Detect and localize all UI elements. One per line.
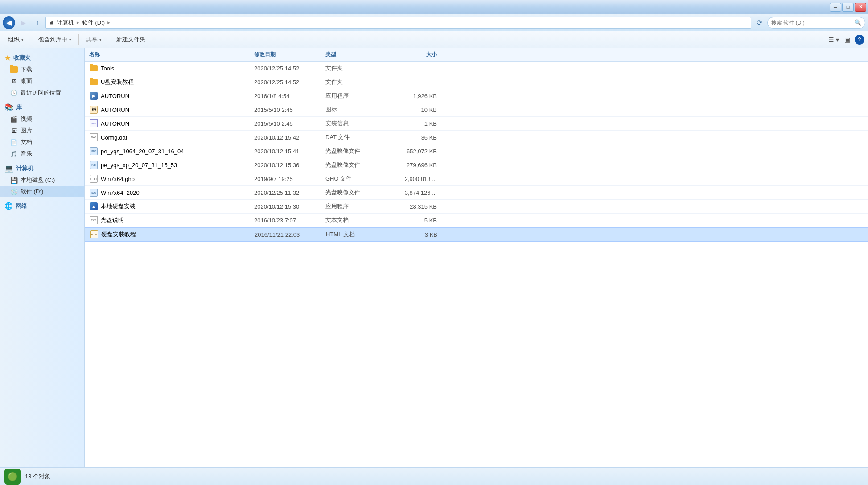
file-name-cell: TXT 光盘说明: [89, 216, 254, 225]
file-icon: ISO: [89, 147, 98, 156]
file-date: 2020/12/25 14:52: [254, 79, 325, 86]
sidebar-header-network[interactable]: 🌐 网络: [0, 200, 84, 212]
library-icon: 📚: [4, 103, 13, 111]
desktop-icon: 🖥: [10, 77, 18, 85]
image-icon: 🖼: [10, 127, 18, 135]
file-name-text: Win7x64_2020: [101, 189, 140, 196]
search-box[interactable]: 🔍: [767, 17, 865, 29]
file-date: 2015/5/10 2:45: [254, 107, 325, 113]
add-to-library-button[interactable]: 包含到库中 ▾: [34, 33, 76, 46]
file-icon: ISO: [89, 188, 98, 197]
sidebar-header-library[interactable]: 📚 库: [0, 101, 84, 113]
organize-label: 组织: [8, 36, 20, 44]
favorites-icon: ★: [4, 53, 11, 62]
file-icon: INF: [89, 119, 98, 128]
sidebar-item-desktop[interactable]: 🖥 桌面: [0, 75, 84, 87]
sidebar-section-library: 📚 库 🎬 视频 🖼 图片 📄 文档 🎵 音乐: [0, 101, 84, 160]
file-type: HTML 文档: [326, 230, 384, 238]
maximize-button[interactable]: □: [842, 3, 854, 12]
breadcrumb-software[interactable]: 软件 (D:): [82, 19, 105, 27]
new-folder-button[interactable]: 新建文件夹: [112, 33, 150, 46]
file-date: 2020/12/25 14:52: [254, 65, 325, 72]
view-options-button[interactable]: ☰ ▾: [828, 34, 839, 45]
file-icon: 🖼: [89, 105, 98, 114]
table-row[interactable]: ISO pe_yqs_1064_20_07_31_16_04 2020/10/1…: [85, 144, 868, 158]
file-date: 2020/10/12 15:30: [254, 203, 325, 210]
forward-button[interactable]: ▶: [17, 16, 29, 29]
file-date: 2016/11/21 22:03: [255, 231, 326, 238]
table-row[interactable]: ▶ AUTORUN 2016/1/8 4:54 应用程序 1,926 KB: [85, 89, 868, 103]
library-label: 库: [16, 103, 22, 111]
help-button[interactable]: ?: [855, 35, 864, 45]
sidebar-section-network: 🌐 网络: [0, 200, 84, 212]
table-row[interactable]: DAT Config.dat 2020/10/12 15:42 DAT 文件 3…: [85, 131, 868, 144]
column-header-type[interactable]: 类型: [325, 51, 383, 58]
table-row[interactable]: ISO Win7x64_2020 2020/12/25 11:32 光盘映像文件…: [85, 186, 868, 200]
refresh-button[interactable]: ⟳: [753, 16, 765, 29]
sidebar-item-video[interactable]: 🎬 视频: [0, 113, 84, 125]
file-size: 36 KB: [383, 134, 437, 141]
table-row[interactable]: ▲ 本地硬盘安装 2020/10/12 15:30 应用程序 28,315 KB: [85, 200, 868, 214]
column-header-name[interactable]: 名称: [89, 51, 254, 58]
organize-button[interactable]: 组织 ▾: [4, 33, 28, 46]
file-icon: TXT: [89, 216, 98, 225]
sidebar-item-download[interactable]: 下载: [0, 64, 84, 75]
table-row[interactable]: TXT 光盘说明 2016/10/23 7:07 文本文档 5 KB: [85, 214, 868, 227]
network-label: 网络: [16, 202, 27, 210]
toolbar-separator-2: [78, 34, 79, 45]
download-icon: [10, 66, 18, 74]
breadcrumb-bar[interactable]: 🖥 计算机 ► 软件 (D:) ►: [45, 17, 751, 29]
sidebar-header-computer[interactable]: 💻 计算机: [0, 162, 84, 174]
sidebar-header-favorites[interactable]: ★ 收藏夹: [0, 52, 84, 64]
file-icon: ▲: [89, 202, 98, 211]
file-list: Tools 2020/12/25 14:52 文件夹 U盘安装教程 2020/1…: [85, 62, 868, 242]
table-row[interactable]: 🖼 AUTORUN 2015/5/10 2:45 图标 10 KB: [85, 103, 868, 117]
organize-chevron: ▾: [21, 37, 24, 42]
file-size: 1,926 KB: [383, 93, 437, 99]
sidebar-label-video: 视频: [21, 115, 32, 123]
file-name-text: AUTORUN: [101, 120, 129, 127]
file-name-text: 本地硬盘安装: [101, 202, 136, 210]
back-button[interactable]: ◀: [3, 16, 15, 29]
sidebar-item-drive-c[interactable]: 💾 本地磁盘 (C:): [0, 174, 84, 186]
file-date: 2015/5/10 2:45: [254, 120, 325, 127]
file-icon: DAT: [89, 133, 98, 142]
file-name-cell: ISO pe_yqs_xp_20_07_31_15_53: [89, 160, 254, 169]
toolbar-separator-1: [31, 34, 31, 45]
sidebar-item-music[interactable]: 🎵 音乐: [0, 148, 84, 160]
search-input[interactable]: [771, 20, 852, 26]
sidebar-section-computer: 💻 计算机 💾 本地磁盘 (C:) 💿 软件 (D:): [0, 162, 84, 197]
file-size: 5 KB: [383, 217, 437, 224]
window-controls: ─ □ ✕: [830, 3, 866, 12]
close-button[interactable]: ✕: [855, 3, 866, 12]
table-row[interactable]: Tools 2020/12/25 14:52 文件夹: [85, 62, 868, 75]
sidebar-label-recent: 最近访问的位置: [21, 89, 61, 97]
column-header-date[interactable]: 修改日期: [254, 51, 325, 58]
file-name-text: pe_yqs_xp_20_07_31_15_53: [101, 162, 177, 169]
table-row[interactable]: ISO pe_yqs_xp_20_07_31_15_53 2020/10/12 …: [85, 158, 868, 172]
toolbar: 组织 ▾ 包含到库中 ▾ 共享 ▾ 新建文件夹 ☰ ▾ ▣ ?: [0, 31, 868, 48]
file-name-cell: ▶ AUTORUN: [89, 91, 254, 100]
column-header-size[interactable]: 大小: [383, 51, 437, 58]
table-row[interactable]: HTM 硬盘安装教程 2016/11/21 22:03 HTML 文档 3 KB: [85, 227, 868, 242]
sidebar-item-doc[interactable]: 📄 文档: [0, 136, 84, 148]
file-type: 图标: [325, 106, 383, 114]
breadcrumb-computer[interactable]: 计算机: [57, 19, 74, 27]
share-button[interactable]: 共享 ▾: [82, 33, 106, 46]
file-date: 2020/12/25 11:32: [254, 189, 325, 196]
status-bar: 🟢 13 个对象: [0, 467, 868, 485]
table-row[interactable]: U盘安装教程 2020/12/25 14:52 文件夹: [85, 75, 868, 89]
up-button[interactable]: ↑: [31, 16, 44, 29]
minimize-button[interactable]: ─: [830, 3, 841, 12]
sidebar-item-drive-d[interactable]: 💿 软件 (D:): [0, 186, 84, 197]
sidebar-item-image[interactable]: 🖼 图片: [0, 125, 84, 136]
file-name-cell: GHO Win7x64.gho: [89, 174, 254, 183]
status-count: 13 个对象: [25, 473, 50, 481]
sidebar-item-recent[interactable]: 🕓 最近访问的位置: [0, 87, 84, 99]
drive-d-icon: 💿: [10, 188, 18, 196]
file-size: 3 KB: [384, 231, 437, 238]
address-bar: ◀ ▶ ↑ 🖥 计算机 ► 软件 (D:) ► ⟳ 🔍: [0, 14, 868, 31]
table-row[interactable]: INF AUTORUN 2015/5/10 2:45 安装信息 1 KB: [85, 117, 868, 131]
preview-pane-button[interactable]: ▣: [841, 34, 853, 45]
table-row[interactable]: GHO Win7x64.gho 2019/9/7 19:25 GHO 文件 2,…: [85, 172, 868, 186]
